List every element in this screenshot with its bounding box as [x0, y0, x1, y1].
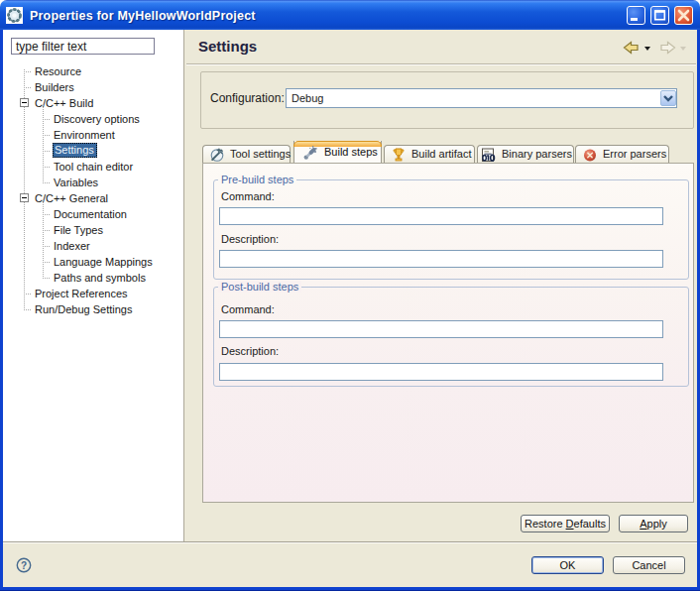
svg-text:?: ? [21, 560, 27, 571]
